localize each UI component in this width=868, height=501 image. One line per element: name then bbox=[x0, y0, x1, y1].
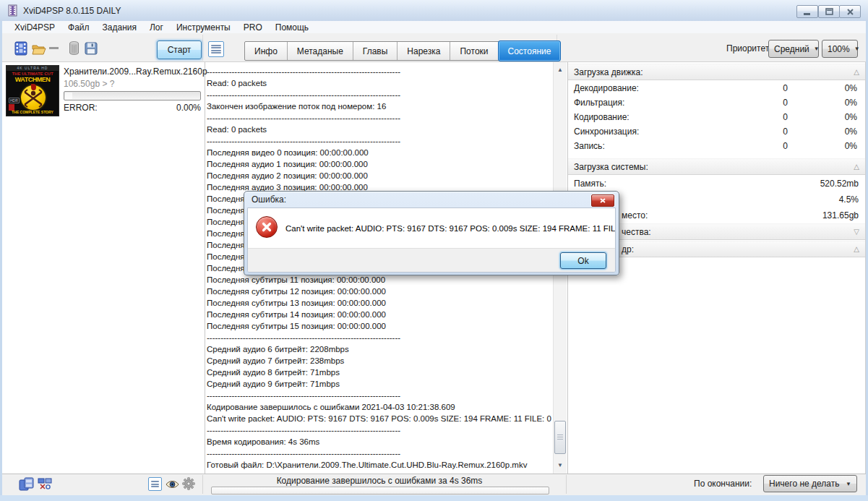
scale-value: 100% bbox=[828, 44, 850, 54]
log-line: ----------------------------------------… bbox=[207, 112, 552, 124]
menu-item-лог[interactable]: Лог bbox=[143, 22, 170, 33]
log-list-icon[interactable] bbox=[148, 477, 162, 491]
log-line: Средний аудио 7 битрейт: 238mbps bbox=[207, 355, 552, 367]
priority-value: Средний bbox=[774, 44, 809, 54]
tab-инфо[interactable]: Инфо bbox=[245, 42, 287, 60]
log-line: ----------------------------------------… bbox=[207, 135, 552, 147]
log-line: ----------------------------------------… bbox=[207, 424, 552, 436]
collapse-up-icon[interactable]: △ bbox=[854, 163, 859, 171]
system-row-label: Память: bbox=[574, 179, 820, 189]
chevron-down-icon: ▼ bbox=[854, 46, 860, 52]
trash-icon[interactable] bbox=[69, 41, 80, 56]
on-finish-dropdown[interactable]: Ничего не делать ▼ bbox=[763, 475, 857, 492]
close-icon[interactable] bbox=[839, 5, 861, 18]
queue-panel bbox=[2, 62, 205, 474]
log-line: Средний аудио 6 битрейт: 2208mbps bbox=[207, 343, 552, 355]
section-header-system-load[interactable]: Загрузка системы: △ bbox=[568, 158, 865, 175]
preview-eye-icon[interactable] bbox=[166, 479, 179, 489]
log-line: Закончен изображение поток под номером: … bbox=[207, 100, 552, 112]
gear-icon[interactable] bbox=[182, 477, 195, 490]
menu-item-файл[interactable]: Файл bbox=[61, 22, 96, 33]
log-line: Can't write packet: AUDIO: PTS: 9167 DTS… bbox=[207, 413, 552, 424]
menu-item-pro[interactable]: PRO bbox=[237, 22, 269, 33]
section-title: Загрузка системы: bbox=[574, 162, 648, 172]
queue-item-size: 106.50gb > ? bbox=[64, 79, 114, 89]
save-icon[interactable] bbox=[85, 42, 98, 55]
toolbar-separator bbox=[202, 35, 203, 61]
engine-row-count: 0 bbox=[730, 127, 788, 137]
log-line: Последняя видео 0 позиция: 00:00:00.000 bbox=[207, 147, 552, 158]
priority-dropdown[interactable]: Средний ▼ bbox=[768, 40, 819, 58]
poster-banner: 4K ULTRA HD bbox=[7, 66, 59, 71]
tab-потоки[interactable]: Потоки bbox=[450, 42, 497, 60]
engine-row-label: Фильтрация: bbox=[574, 98, 730, 108]
engine-row-count: 0 bbox=[730, 98, 788, 108]
log-line: ----------------------------------------… bbox=[207, 66, 552, 77]
dialog-footer: Ok bbox=[248, 248, 615, 273]
remove-file-icon[interactable] bbox=[49, 47, 59, 49]
log-line: Последняя субтитры 12 позиция: 00:00:00.… bbox=[207, 286, 552, 297]
ok-button-label: Ok bbox=[577, 256, 588, 266]
engine-row-label: Синхронизация: bbox=[574, 127, 730, 137]
start-button[interactable]: Старт bbox=[157, 40, 202, 59]
section-header-engine-load[interactable]: Загрузка движка: △ bbox=[568, 64, 865, 80]
chevron-down-icon: ▼ bbox=[846, 481, 851, 487]
on-finish-value: Ничего не делать bbox=[769, 479, 840, 489]
scroll-down-icon[interactable]: ▼ bbox=[554, 459, 567, 471]
menu-item-xvid4psp[interactable]: XviD4PSP bbox=[8, 22, 61, 33]
join-files-icon[interactable] bbox=[19, 477, 35, 491]
ok-button[interactable]: Ok bbox=[560, 252, 606, 269]
engine-row-count: 0 bbox=[730, 112, 788, 122]
log-line: Готовый файл: D:\Хранители.2009.The.Ulti… bbox=[207, 459, 552, 471]
title-bar[interactable]: XviD4PSP 8.0.115 DAILY bbox=[0, 0, 868, 22]
scroll-up-icon[interactable]: ▲ bbox=[554, 64, 567, 75]
engine-load-rows: Декодирование:00%Фильтрация:00%Кодирован… bbox=[568, 81, 865, 153]
collapse-up-icon[interactable]: △ bbox=[854, 245, 859, 253]
status-progressbar bbox=[211, 487, 549, 494]
menu-item-задания[interactable]: Задания bbox=[96, 22, 143, 33]
restore-button[interactable] bbox=[818, 5, 840, 18]
engine-row-percent: 0% bbox=[788, 141, 857, 151]
statusbar-separator bbox=[566, 475, 567, 494]
add-file-icon[interactable] bbox=[14, 41, 27, 56]
menu-item-инструменты[interactable]: Инструменты bbox=[170, 22, 237, 33]
collapse-down-icon[interactable]: ▽ bbox=[854, 228, 859, 236]
tab-метаданые[interactable]: Метаданые bbox=[287, 42, 353, 60]
tab-strip: ИнфоМетаданыеГлавыНарезкаПотокиСостояние bbox=[244, 41, 560, 61]
engine-row-percent: 0% bbox=[788, 98, 857, 108]
poster-bottom-line: THE COMPLETE STORY bbox=[7, 110, 59, 114]
tab-главы[interactable]: Главы bbox=[353, 42, 398, 60]
queue-item-thumbnail[interactable]: 4K ULTRA HD THE ULTIMATE CUT WATCHMEN HD… bbox=[6, 65, 59, 116]
menu-item-помощь[interactable]: Помощь bbox=[269, 22, 315, 33]
demux-icon[interactable] bbox=[38, 478, 52, 490]
tab-состояние[interactable]: Состояние bbox=[498, 40, 562, 61]
queue-item-percent: 0.00% bbox=[64, 103, 201, 113]
queue-item-progressbar bbox=[64, 91, 201, 100]
engine-load-row: Фильтрация:00% bbox=[568, 95, 865, 110]
statusbar-separator bbox=[202, 475, 203, 494]
engine-row-percent: 0% bbox=[788, 83, 857, 93]
engine-load-row: Синхронизация:00% bbox=[568, 124, 865, 139]
open-folder-icon[interactable] bbox=[32, 43, 46, 55]
queue-item-title[interactable]: Хранители.2009...Ray.Remux.2160p bbox=[64, 67, 207, 77]
scale-dropdown[interactable]: 100% ▼ bbox=[822, 40, 858, 58]
log-line: ----------------------------------------… bbox=[207, 390, 552, 401]
engine-load-row: Запись:00% bbox=[568, 139, 865, 153]
log-line: Последняя аудио 2 позиция: 00:00:00.000 bbox=[207, 170, 552, 181]
tasks-list-icon[interactable] bbox=[208, 41, 224, 57]
chevron-down-icon: ▼ bbox=[814, 46, 820, 52]
dialog-body: Can't write packet: AUDIO: PTS: 9167 DTS… bbox=[247, 207, 616, 273]
dialog-message: Can't write packet: AUDIO: PTS: 9167 DTS… bbox=[285, 208, 611, 248]
menu-bar: XviD4PSPФайлЗаданияЛогИнструментыPROПомо… bbox=[2, 21, 866, 33]
window-title: XviD4PSP 8.0.115 DAILY bbox=[23, 6, 121, 16]
collapse-up-icon[interactable]: △ bbox=[854, 68, 859, 76]
poster-hdr-badge: HDR bbox=[9, 98, 20, 103]
start-button-label: Старт bbox=[168, 45, 192, 55]
poster-title: WATCHMEN bbox=[7, 76, 59, 83]
dialog-close-icon[interactable] bbox=[591, 194, 614, 207]
log-line: ----------------------------------------… bbox=[207, 448, 552, 459]
log-line: Кодирование завершилось с ошибками 2021-… bbox=[207, 401, 552, 413]
minimize-button[interactable] bbox=[796, 5, 818, 18]
tab-нарезка[interactable]: Нарезка bbox=[397, 42, 450, 60]
scrollbar-thumb[interactable] bbox=[554, 421, 566, 454]
